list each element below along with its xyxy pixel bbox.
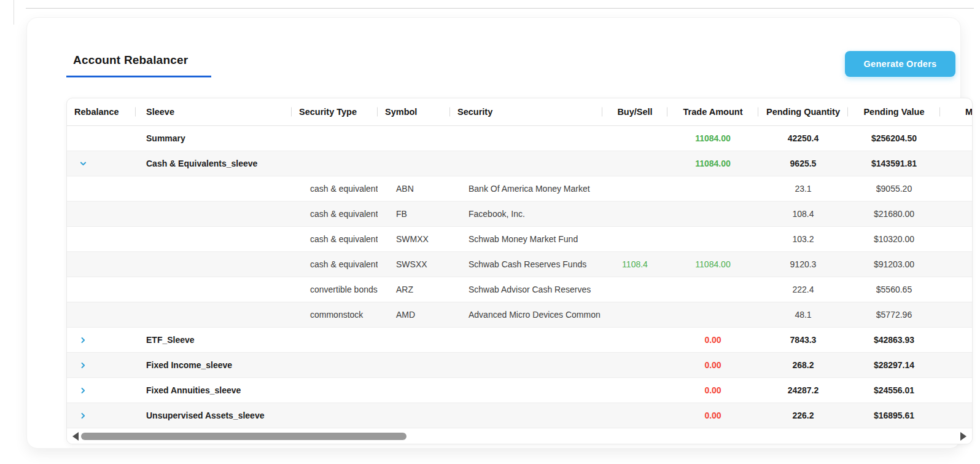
cell-buy_sell <box>602 227 667 251</box>
cell-pending_quantity: 268.2 <box>758 353 848 377</box>
cell-symbol: ARZ <box>378 277 450 302</box>
cell-buy_sell <box>602 353 667 377</box>
cell-symbol <box>378 403 450 428</box>
cell-pending_value: $24556.01 <box>848 378 940 403</box>
cell-buy_sell <box>602 403 667 428</box>
tab-account-rebalancer[interactable]: Account Rebalancer <box>66 53 211 77</box>
cell-symbol: ABN <box>378 176 450 201</box>
cell-trade_amount: 11084.00 <box>667 252 758 277</box>
cell-market_partial <box>940 302 973 327</box>
cell-symbol: SWMXX <box>378 227 450 251</box>
cell-security: Schwab Advisor Cash Reserves <box>450 277 602 302</box>
cell-market_partial <box>940 403 973 428</box>
cell-market_partial <box>940 353 973 377</box>
cell-sleeve <box>136 227 292 251</box>
cell-market_partial <box>940 378 973 403</box>
account-rebalancer-panel: Account Rebalancer Generate Orders Rebal… <box>26 17 961 449</box>
table-row[interactable]: Fixed Annuities_sleeve0.0024287.2$24556.… <box>67 378 973 403</box>
column-header-symbol: Symbol <box>378 98 450 125</box>
cell-sleeve <box>136 302 292 327</box>
table-row: cash & equivalentsABNBank Of America Mon… <box>67 176 973 202</box>
cell-trade_amount <box>667 202 758 226</box>
cell-rebalance <box>67 403 136 428</box>
cell-sleeve: Fixed Annuities_sleeve <box>136 378 292 403</box>
cell-sleeve <box>136 277 292 302</box>
table-row: cash & equivalentsSWSXXSchwab Cash Reser… <box>67 252 973 277</box>
cell-security: Schwab Cash Reserves Funds <box>450 252 602 277</box>
table-row[interactable]: Cash & Equivalents_sleeve11084.009625.5$… <box>67 151 973 176</box>
column-header-security: Security <box>450 98 602 125</box>
cell-security: Facebook, Inc. <box>450 202 602 226</box>
cell-buy_sell <box>602 176 667 201</box>
cell-pending_value: $16895.61 <box>848 403 940 428</box>
chevron-right-icon[interactable] <box>79 361 87 369</box>
panel-left-edge <box>14 0 14 25</box>
cell-pending_value: $5560.65 <box>848 277 940 302</box>
cell-pending_value: $91203.00 <box>848 252 940 277</box>
cell-trade_amount: 0.00 <box>667 328 758 352</box>
cell-trade_amount <box>667 302 758 327</box>
cell-pending_quantity: 9625.5 <box>758 151 848 176</box>
cell-security_type <box>292 403 378 428</box>
cell-rebalance <box>67 328 136 352</box>
cell-pending_value: $42863.93 <box>848 328 940 352</box>
cell-rebalance <box>67 227 136 251</box>
cell-pending_value: $10320.00 <box>848 227 940 251</box>
cell-pending_value: $256204.50 <box>848 126 940 151</box>
cell-security <box>450 328 602 352</box>
cell-pending_quantity: 7843.3 <box>758 328 848 352</box>
cell-rebalance <box>67 353 136 377</box>
cell-symbol <box>378 353 450 377</box>
cell-pending_quantity: 23.1 <box>758 176 848 201</box>
cell-buy_sell: 1108.4 <box>602 252 667 277</box>
cell-trade_amount <box>667 227 758 251</box>
cell-market_partial <box>940 277 973 302</box>
cell-security <box>450 126 602 151</box>
table-row: cash & equivalentsFBFacebook, Inc.108.4$… <box>67 202 973 227</box>
cell-security: Advanced Micro Devices Common Stock <box>450 302 602 327</box>
top-divider <box>26 8 974 9</box>
table-row: commonstockAMDAdvanced Micro Devices Com… <box>67 302 973 328</box>
column-header-security_type: Security Type <box>292 98 378 125</box>
tab-active-underline <box>66 76 211 77</box>
table-header-row: RebalanceSleeveSecurity TypeSymbolSecuri… <box>67 98 973 126</box>
scroll-left-arrow-icon[interactable] <box>72 432 79 441</box>
cell-security_type <box>292 126 378 151</box>
column-header-pending_quantity: Pending Quantity <box>758 98 848 125</box>
cell-sleeve: Cash & Equivalents_sleeve <box>136 151 292 176</box>
cell-security <box>450 353 602 377</box>
cell-trade_amount: 0.00 <box>667 403 758 428</box>
cell-market_partial <box>940 151 973 176</box>
column-header-market_partial: M <box>940 98 973 125</box>
chevron-right-icon[interactable] <box>79 336 87 344</box>
chevron-right-icon[interactable] <box>79 412 87 420</box>
chevron-down-icon[interactable] <box>79 160 87 168</box>
cell-sleeve: ETF_Sleeve <box>136 328 292 352</box>
cell-pending_quantity: 222.4 <box>758 277 848 302</box>
column-header-sleeve: Sleeve <box>136 98 292 125</box>
table-row[interactable]: Fixed Income_sleeve0.00268.2$28297.14 <box>67 353 973 378</box>
table-row: cash & equivalentsSWMXXSchwab Money Mark… <box>67 227 973 252</box>
cell-market_partial <box>940 126 973 151</box>
cell-market_partial <box>940 252 973 277</box>
column-header-trade_amount: Trade Amount <box>667 98 758 125</box>
cell-pending_value: $9055.20 <box>848 176 940 201</box>
horizontal-scrollbar[interactable] <box>67 429 972 444</box>
table-row[interactable]: Unsupervised Assets_sleeve0.00226.2$1689… <box>67 403 973 428</box>
cell-symbol <box>378 328 450 352</box>
cell-pending_quantity: 103.2 <box>758 227 848 251</box>
scroll-right-arrow-icon[interactable] <box>960 432 966 441</box>
scrollbar-track[interactable] <box>79 429 960 444</box>
cell-market_partial <box>940 227 973 251</box>
cell-symbol: AMD <box>378 302 450 327</box>
table-body: Summary11084.0042250.4$256204.50Cash & E… <box>67 126 973 428</box>
cell-rebalance <box>67 176 136 201</box>
rebalancer-grid: RebalanceSleeveSecurity TypeSymbolSecuri… <box>67 98 973 428</box>
cell-sleeve: Summary <box>136 126 292 151</box>
cell-security <box>450 151 602 176</box>
scrollbar-thumb[interactable] <box>81 433 406 440</box>
chevron-right-icon[interactable] <box>79 387 87 395</box>
cell-security_type: cash & equivalents <box>292 202 378 226</box>
generate-orders-button[interactable]: Generate Orders <box>845 51 955 77</box>
table-row[interactable]: ETF_Sleeve0.007843.3$42863.93 <box>67 328 973 353</box>
